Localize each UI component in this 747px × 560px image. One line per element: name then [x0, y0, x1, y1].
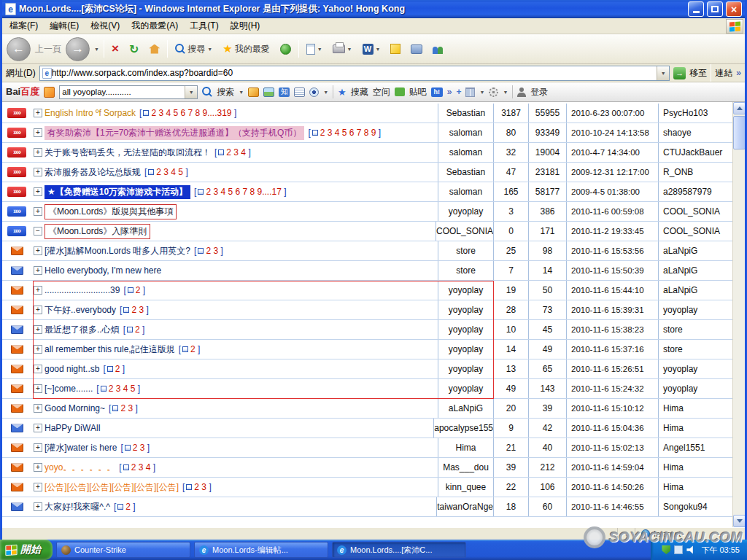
topic-title-link[interactable]: 大家好!我來囉^.^	[44, 501, 110, 513]
topic-pages-links[interactable]: 2	[114, 502, 136, 512]
topic-last-poster[interactable]: Hima	[658, 399, 732, 418]
baidu-hi-icon[interactable]: h!	[431, 88, 443, 97]
topic-last-poster[interactable]: store	[658, 340, 732, 359]
expand-toggle[interactable]: +	[34, 148, 42, 157]
expand-toggle[interactable]: +	[34, 345, 42, 354]
links-label[interactable]: 連結	[715, 67, 732, 79]
eye-icon[interactable]	[309, 88, 319, 97]
topic-pages-links[interactable]: 2 3 4 5 6 7 8 9	[308, 128, 381, 138]
topic-pages-links[interactable]: 2 3	[120, 443, 150, 453]
menu-tools[interactable]: 工具(T)	[184, 18, 224, 34]
go-label[interactable]: 移至	[689, 67, 707, 79]
expand-toggle[interactable]: +	[34, 286, 42, 295]
topic-last-poster[interactable]: COOL_SONIA	[658, 222, 732, 241]
topic-last-poster[interactable]: Hima	[658, 478, 732, 497]
page-numbers[interactable]: 2 3	[206, 246, 218, 256]
topic-pages-links[interactable]: 2	[123, 285, 145, 295]
news-icon[interactable]	[294, 88, 305, 97]
forward-button[interactable]	[66, 37, 90, 61]
volume-icon[interactable]	[686, 545, 695, 554]
topic-title-link[interactable]: [灌水]點解Moon.Lords 咁多人用英文?	[44, 245, 190, 257]
topic-last-poster[interactable]: R_ONB	[658, 163, 732, 182]
topic-pages-links[interactable]: 2 3	[194, 246, 223, 256]
topic-last-poster[interactable]: aLaNpiG	[658, 281, 732, 300]
page-numbers[interactable]: 2	[190, 344, 196, 354]
topic-title-link[interactable]: yoyo。。。。。。	[44, 462, 115, 474]
expand-toggle[interactable]: +	[34, 365, 42, 373]
topic-title-link[interactable]: [~]come.......	[44, 384, 93, 394]
baidu-search-input[interactable]	[60, 88, 185, 96]
topic-pages-links[interactable]: 2 3 4	[214, 147, 251, 158]
back-button[interactable]	[7, 37, 31, 61]
topic-title-link[interactable]: 下午好..everybody	[44, 304, 116, 316]
expand-toggle[interactable]: −	[34, 227, 42, 236]
stop-button[interactable]	[109, 39, 122, 58]
taskbar-item-counter-strike[interactable]: Counter-Strike	[56, 542, 190, 558]
expand-toggle[interactable]: +	[34, 463, 42, 472]
baidu-search-options-dropdown[interactable]	[239, 90, 244, 95]
taskbar-item-editor[interactable]: Moon.Lords-编辑帖...	[194, 542, 328, 558]
topic-last-poster[interactable]: CTUJackBauer	[658, 143, 732, 162]
user-icon[interactable]	[517, 88, 526, 97]
topic-last-poster[interactable]: PsycHo103	[658, 104, 732, 122]
address-dropdown[interactable]	[657, 66, 669, 80]
topic-pages-links[interactable]: 2	[123, 324, 145, 335]
zhidao-icon[interactable]: 知	[279, 88, 290, 97]
overflow-chevron-icon[interactable]	[447, 87, 452, 97]
page-numbers[interactable]: 2 3 4	[226, 147, 246, 158]
topic-last-poster[interactable]: COOL_SONIA	[658, 202, 732, 221]
topic-title-link[interactable]: 关于账号密码丢失，无法登陆的取回流程！	[44, 147, 211, 159]
refresh-button[interactable]	[126, 40, 142, 58]
expand-toggle[interactable]: +	[34, 128, 42, 137]
topic-title-link[interactable]: 《Moon.Lords》入隊準則	[44, 224, 150, 239]
topic-last-poster[interactable]: Hima	[658, 419, 732, 438]
antivirus-icon[interactable]	[662, 545, 670, 554]
expand-toggle[interactable]: +	[34, 483, 42, 491]
page-numbers[interactable]: 2 3 4 5 6 7 8 9	[320, 128, 376, 138]
topic-pages-links[interactable]: 2 3 4 5	[144, 167, 188, 177]
page-numbers[interactable]: 2 3	[131, 305, 144, 315]
bookmark-star-icon[interactable]	[338, 87, 347, 98]
apps-grid-icon[interactable]	[465, 88, 475, 97]
baidu-logo[interactable]: Bai百度	[6, 85, 39, 98]
expand-toggle[interactable]: +	[34, 207, 42, 216]
expand-toggle[interactable]: +	[34, 306, 42, 314]
print-button[interactable]	[330, 42, 355, 55]
topic-title-link[interactable]: good night..sb	[44, 364, 99, 374]
page-numbers[interactable]: 2 3 4 5 6 7 8 9....17	[206, 187, 281, 197]
page-numbers[interactable]: 2	[135, 324, 140, 335]
search-dropdown[interactable]	[207, 47, 212, 52]
home-button[interactable]	[146, 42, 163, 56]
close-button[interactable]	[726, 1, 742, 17]
expand-toggle[interactable]: +	[34, 384, 42, 393]
topic-pages-links[interactable]: 2 3 4 5 6 7 8 9....319	[139, 108, 236, 118]
notes-button[interactable]	[387, 42, 403, 56]
expand-toggle[interactable]: +	[34, 502, 42, 511]
messenger-button[interactable]	[430, 42, 447, 56]
print-dropdown[interactable]	[347, 47, 352, 52]
baidu-space-label[interactable]: 空间	[373, 86, 390, 98]
topic-title-link[interactable]: ★【免费赠送10万索沛游戏卡活动】	[44, 185, 190, 199]
scroll-thumb[interactable]	[733, 116, 745, 149]
topic-title-link[interactable]: 《Moon.Lords》版規與其他事項	[44, 204, 177, 219]
topic-title-link[interactable]: [灌水]water is here	[44, 442, 117, 454]
page-numbers[interactable]: 2	[115, 364, 120, 374]
topic-last-poster[interactable]: shaoye	[658, 123, 732, 142]
scroll-down-button[interactable]	[733, 515, 745, 527]
scroll-up-button[interactable]	[733, 102, 745, 114]
baidu-app-icon[interactable]	[44, 87, 55, 98]
page-numbers[interactable]: 2 3 4 5 6 7 8 9....319	[151, 108, 231, 118]
menu-file[interactable]: 檔案(F)	[4, 18, 44, 34]
tieba-icon[interactable]	[395, 88, 405, 96]
topic-pages-links[interactable]: 2 3	[120, 305, 149, 315]
topic-pages-links[interactable]: 2 3	[109, 403, 138, 413]
image-icon[interactable]	[263, 88, 274, 97]
address-input[interactable]	[52, 67, 657, 79]
grid-dropdown[interactable]	[479, 90, 484, 95]
topic-pages-links[interactable]: 2 3 4	[119, 462, 155, 472]
topic-last-poster[interactable]: yoyoplay	[658, 379, 732, 398]
expand-toggle[interactable]: +	[34, 443, 42, 452]
topic-title-link[interactable]: Hello everybody, I'm new here	[44, 265, 161, 276]
organizer-button[interactable]	[408, 42, 425, 56]
topic-last-poster[interactable]: Songoku94	[658, 497, 732, 516]
